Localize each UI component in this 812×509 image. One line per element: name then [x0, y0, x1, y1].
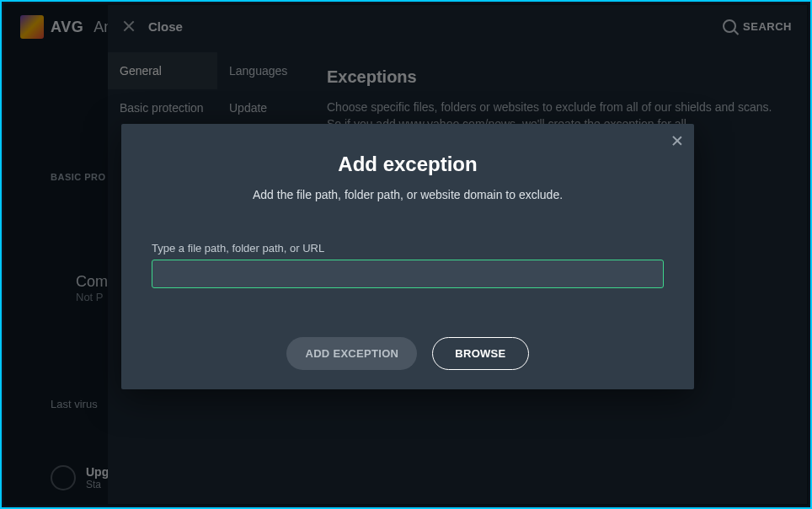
add-exception-modal: Add exception Add the file path, folder … [121, 124, 694, 389]
path-input[interactable] [152, 260, 664, 288]
modal-close-button[interactable] [672, 134, 682, 149]
modal-subtitle: Add the file path, folder path, or websi… [253, 188, 563, 201]
modal-title: Add exception [338, 153, 477, 176]
close-icon [672, 136, 682, 146]
path-input-label: Type a file path, folder path, or URL [152, 242, 664, 254]
add-exception-button[interactable]: ADD EXCEPTION [286, 337, 417, 370]
browse-button[interactable]: BROWSE [432, 337, 528, 370]
